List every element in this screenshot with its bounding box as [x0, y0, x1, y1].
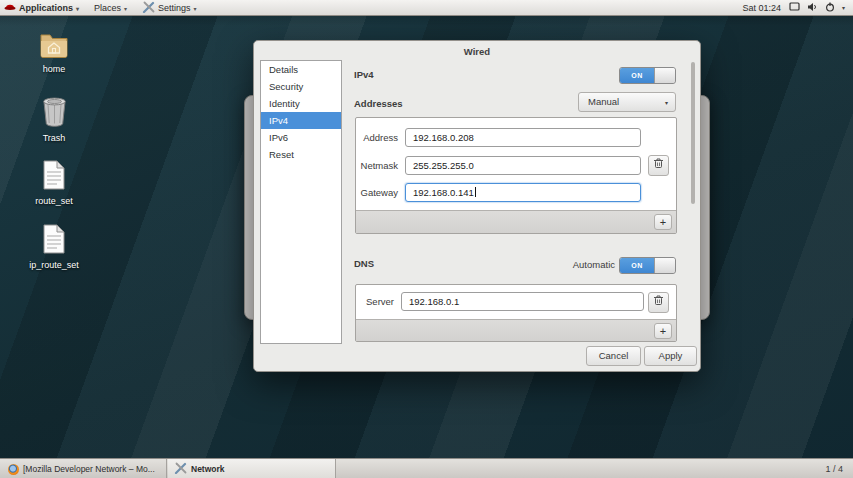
chevron-down-icon: ▾: [194, 5, 197, 12]
delete-address-button[interactable]: [648, 155, 669, 176]
taskbar-window-label: Network: [191, 464, 225, 474]
toggle-handle: [654, 68, 675, 83]
dialog-sidebar: Details Security Identity IPv4 IPv6 Rese…: [260, 60, 342, 344]
wired-dialog: Wired Details Security Identity IPv4 IPv…: [253, 40, 701, 372]
places-menu[interactable]: Places ▾: [94, 3, 127, 13]
places-label: Places: [94, 3, 121, 13]
settings-label: Settings: [158, 3, 191, 13]
chevron-down-icon: ▾: [76, 5, 79, 12]
add-address-button[interactable]: +: [654, 214, 672, 230]
system-status-area[interactable]: ▾: [789, 2, 845, 14]
dns-automatic-label: Automatic: [529, 259, 615, 270]
method-value: Manual: [588, 96, 619, 107]
dns-toolbar: +: [356, 319, 676, 341]
trash-icon: [653, 297, 664, 308]
home-folder-icon: [22, 32, 86, 62]
desktop: Applications ▾ Places ▾ Settings ▾ Sat 0…: [0, 0, 853, 478]
apply-button[interactable]: Apply: [644, 346, 697, 366]
sidebar-item-identity[interactable]: Identity: [261, 95, 341, 112]
toggle-on-label: ON: [620, 68, 654, 83]
addresses-section-label: Addresses: [354, 98, 403, 109]
document-icon: [22, 224, 86, 258]
dns-server-input[interactable]: 192.168.0.1: [401, 292, 644, 311]
power-icon: [825, 2, 835, 14]
netmask-input[interactable]: 255.255.255.0: [405, 156, 641, 175]
desktop-icon-route-set[interactable]: route_set: [22, 160, 86, 206]
taskbar-window-network[interactable]: Network: [168, 459, 336, 478]
chevron-down-icon: ▾: [124, 5, 127, 12]
toggle-on-label: ON: [620, 258, 654, 273]
dialog-scrollbar[interactable]: [691, 62, 695, 204]
server-label: Server: [356, 296, 394, 307]
taskbar-window-label: [Mozilla Developer Network – Mo...: [23, 464, 155, 474]
chevron-down-icon: ▾: [665, 94, 668, 112]
settings-appmenu[interactable]: Settings ▾: [142, 1, 197, 15]
dns-automatic-toggle[interactable]: ON: [619, 257, 676, 274]
sidebar-item-details[interactable]: Details: [261, 61, 341, 78]
ipv4-toggle[interactable]: ON: [619, 67, 676, 84]
clock[interactable]: Sat 01:24: [742, 3, 781, 13]
sidebar-item-ipv4[interactable]: IPv4: [261, 112, 341, 129]
tools-icon: [142, 1, 155, 15]
addresses-method-dropdown[interactable]: Manual ▾: [578, 92, 676, 112]
addresses-toolbar: +: [356, 210, 676, 233]
applications-label: Applications: [19, 3, 73, 13]
desktop-icon-trash[interactable]: Trash: [22, 96, 86, 143]
desktop-icon-label: ip_route_set: [22, 260, 86, 270]
ipv4-section-label: IPv4: [354, 69, 374, 80]
dialog-title: Wired: [254, 46, 700, 57]
document-icon: [22, 160, 86, 194]
redhat-icon: [4, 2, 16, 14]
delete-dns-server-button[interactable]: [648, 292, 669, 313]
window-list-taskbar: [Mozilla Developer Network – Mo... Netwo…: [0, 458, 853, 478]
desktop-icon-label: home: [22, 64, 86, 74]
firefox-icon: [8, 464, 19, 475]
volume-icon: [807, 2, 818, 14]
top-bar: Applications ▾ Places ▾ Settings ▾ Sat 0…: [0, 0, 853, 16]
dns-frame: Server 192.168.0.1 +: [355, 284, 677, 342]
cancel-button[interactable]: Cancel: [586, 346, 641, 366]
display-icon: [789, 2, 800, 13]
gateway-label: Gateway: [356, 187, 398, 198]
addresses-frame: Address 192.168.0.208 Netmask 255.255.25…: [355, 117, 677, 234]
trash-icon: [22, 96, 86, 131]
desktop-icon-ip-route-set[interactable]: ip_route_set: [22, 224, 86, 270]
applications-menu[interactable]: Applications ▾: [4, 2, 79, 14]
sidebar-item-reset[interactable]: Reset: [261, 146, 341, 163]
sidebar-item-ipv6[interactable]: IPv6: [261, 129, 341, 146]
desktop-icon-label: Trash: [22, 133, 86, 143]
trash-icon: [653, 160, 664, 171]
netmask-label: Netmask: [356, 160, 398, 171]
dns-section-label: DNS: [354, 258, 374, 269]
desktop-icon-home[interactable]: home: [22, 32, 86, 74]
desktop-icon-label: route_set: [22, 196, 86, 206]
toggle-handle: [654, 258, 675, 273]
address-input[interactable]: 192.168.0.208: [405, 128, 641, 147]
gateway-input[interactable]: 192.168.0.141: [405, 183, 641, 202]
chevron-down-icon: ▾: [842, 4, 845, 11]
sidebar-item-security[interactable]: Security: [261, 78, 341, 95]
address-label: Address: [356, 132, 398, 143]
workspace-indicator[interactable]: 1 / 4: [825, 459, 843, 478]
taskbar-window-firefox[interactable]: [Mozilla Developer Network – Mo...: [2, 459, 167, 478]
add-dns-server-button[interactable]: +: [654, 323, 672, 339]
text-cursor: [475, 187, 476, 197]
tools-icon: [174, 462, 187, 476]
